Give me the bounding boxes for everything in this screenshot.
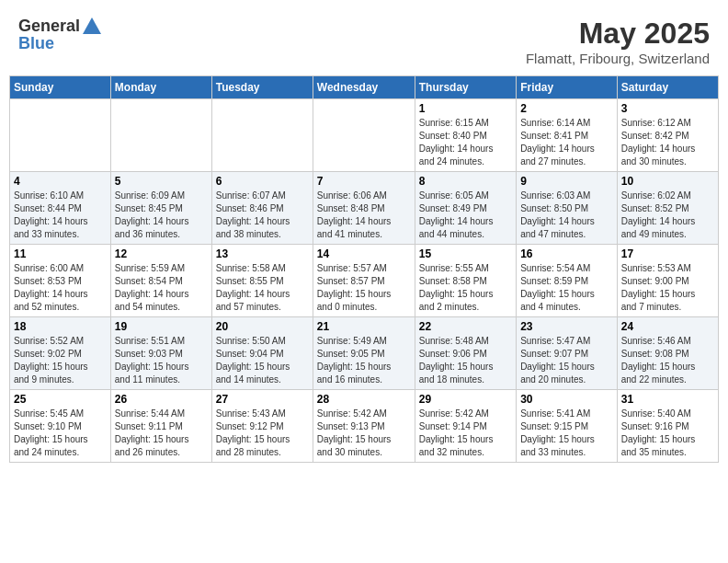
day-info: Sunrise: 6:12 AM Sunset: 8:42 PM Dayligh… <box>621 117 714 168</box>
calendar-cell: 23Sunrise: 5:47 AM Sunset: 9:07 PM Dayli… <box>517 317 618 390</box>
day-info: Sunrise: 5:42 AM Sunset: 9:13 PM Dayligh… <box>317 408 411 459</box>
calendar-cell: 17Sunrise: 5:53 AM Sunset: 9:00 PM Dayli… <box>617 245 718 317</box>
calendar-cell <box>10 99 111 172</box>
calendar-week-row: 11Sunrise: 6:00 AM Sunset: 8:53 PM Dayli… <box>10 245 719 317</box>
day-number: 19 <box>115 320 208 333</box>
day-info: Sunrise: 5:50 AM Sunset: 9:04 PM Dayligh… <box>216 335 309 386</box>
day-number: 12 <box>115 247 208 260</box>
calendar-cell: 12Sunrise: 5:59 AM Sunset: 8:54 PM Dayli… <box>110 245 211 317</box>
day-number: 21 <box>317 320 411 333</box>
day-info: Sunrise: 5:45 AM Sunset: 9:10 PM Dayligh… <box>14 408 107 459</box>
weekday-header-tuesday: Tuesday <box>211 76 313 99</box>
day-number: 2 <box>520 102 613 115</box>
logo-blue-text: Blue <box>18 34 54 53</box>
calendar-cell: 7Sunrise: 6:06 AM Sunset: 8:48 PM Daylig… <box>313 172 415 245</box>
calendar-subtitle: Flamatt, Fribourg, Switzerland <box>526 51 710 66</box>
day-number: 20 <box>216 320 309 333</box>
day-info: Sunrise: 5:52 AM Sunset: 9:02 PM Dayligh… <box>14 335 107 386</box>
calendar-cell: 31Sunrise: 5:40 AM Sunset: 9:16 PM Dayli… <box>617 390 718 463</box>
calendar-cell: 1Sunrise: 6:15 AM Sunset: 8:40 PM Daylig… <box>415 99 516 172</box>
day-info: Sunrise: 5:54 AM Sunset: 8:59 PM Dayligh… <box>520 262 613 314</box>
day-info: Sunrise: 6:10 AM Sunset: 8:44 PM Dayligh… <box>14 190 107 241</box>
calendar-cell: 20Sunrise: 5:50 AM Sunset: 9:04 PM Dayli… <box>211 317 313 390</box>
calendar-cell: 22Sunrise: 5:48 AM Sunset: 9:06 PM Dayli… <box>415 317 516 390</box>
weekday-header-monday: Monday <box>110 76 211 99</box>
day-number: 1 <box>419 102 512 115</box>
day-info: Sunrise: 6:15 AM Sunset: 8:40 PM Dayligh… <box>419 117 512 168</box>
weekday-header-saturday: Saturday <box>617 76 718 99</box>
weekday-header-wednesday: Wednesday <box>313 76 415 99</box>
day-info: Sunrise: 6:07 AM Sunset: 8:46 PM Dayligh… <box>216 190 309 241</box>
calendar-cell: 14Sunrise: 5:57 AM Sunset: 8:57 PM Dayli… <box>313 245 415 317</box>
calendar-cell: 8Sunrise: 6:05 AM Sunset: 8:49 PM Daylig… <box>415 172 516 245</box>
day-number: 14 <box>317 247 411 260</box>
day-info: Sunrise: 5:49 AM Sunset: 9:05 PM Dayligh… <box>317 335 411 386</box>
calendar-cell: 30Sunrise: 5:41 AM Sunset: 9:15 PM Dayli… <box>517 390 618 463</box>
day-number: 22 <box>419 320 512 333</box>
day-number: 31 <box>621 393 714 406</box>
day-info: Sunrise: 6:00 AM Sunset: 8:53 PM Dayligh… <box>14 262 107 314</box>
day-number: 16 <box>520 247 613 260</box>
day-number: 10 <box>621 175 714 188</box>
calendar-cell: 28Sunrise: 5:42 AM Sunset: 9:13 PM Dayli… <box>313 390 415 463</box>
day-info: Sunrise: 5:44 AM Sunset: 9:11 PM Dayligh… <box>115 408 208 459</box>
day-info: Sunrise: 6:05 AM Sunset: 8:49 PM Dayligh… <box>419 190 512 241</box>
day-number: 3 <box>621 102 714 115</box>
weekday-header-sunday: Sunday <box>10 76 111 99</box>
day-info: Sunrise: 5:57 AM Sunset: 8:57 PM Dayligh… <box>317 262 411 314</box>
calendar-cell: 6Sunrise: 6:07 AM Sunset: 8:46 PM Daylig… <box>211 172 313 245</box>
day-number: 8 <box>419 175 512 188</box>
day-info: Sunrise: 5:42 AM Sunset: 9:14 PM Dayligh… <box>419 408 512 459</box>
day-number: 25 <box>14 393 107 406</box>
day-number: 18 <box>14 320 107 333</box>
calendar-title: May 2025 <box>526 17 710 51</box>
page-header: General Blue May 2025 Flamatt, Fribourg,… <box>9 9 719 70</box>
calendar-cell: 19Sunrise: 5:51 AM Sunset: 9:03 PM Dayli… <box>110 317 211 390</box>
day-info: Sunrise: 5:41 AM Sunset: 9:15 PM Dayligh… <box>520 408 613 459</box>
day-info: Sunrise: 5:43 AM Sunset: 9:12 PM Dayligh… <box>216 408 309 459</box>
calendar-cell: 9Sunrise: 6:03 AM Sunset: 8:50 PM Daylig… <box>517 172 618 245</box>
day-number: 15 <box>419 247 512 260</box>
logo-general-text: General <box>18 17 80 36</box>
day-info: Sunrise: 5:53 AM Sunset: 9:00 PM Dayligh… <box>621 262 714 314</box>
day-number: 23 <box>520 320 613 333</box>
calendar-cell: 11Sunrise: 6:00 AM Sunset: 8:53 PM Dayli… <box>10 245 111 317</box>
logo-triangle-icon <box>83 17 101 34</box>
day-info: Sunrise: 5:58 AM Sunset: 8:55 PM Dayligh… <box>216 262 309 314</box>
calendar-cell: 13Sunrise: 5:58 AM Sunset: 8:55 PM Dayli… <box>211 245 313 317</box>
day-number: 7 <box>317 175 411 188</box>
calendar-cell <box>313 99 415 172</box>
day-number: 29 <box>419 393 512 406</box>
day-info: Sunrise: 5:48 AM Sunset: 9:06 PM Dayligh… <box>419 335 512 386</box>
calendar-cell: 29Sunrise: 5:42 AM Sunset: 9:14 PM Dayli… <box>415 390 516 463</box>
calendar-cell: 21Sunrise: 5:49 AM Sunset: 9:05 PM Dayli… <box>313 317 415 390</box>
calendar-cell: 15Sunrise: 5:55 AM Sunset: 8:58 PM Dayli… <box>415 245 516 317</box>
calendar-week-row: 18Sunrise: 5:52 AM Sunset: 9:02 PM Dayli… <box>10 317 719 390</box>
day-number: 28 <box>317 393 411 406</box>
calendar-week-row: 25Sunrise: 5:45 AM Sunset: 9:10 PM Dayli… <box>10 390 719 463</box>
calendar-week-row: 4Sunrise: 6:10 AM Sunset: 8:44 PM Daylig… <box>10 172 719 245</box>
weekday-header-row: SundayMondayTuesdayWednesdayThursdayFrid… <box>10 76 719 99</box>
calendar-cell: 24Sunrise: 5:46 AM Sunset: 9:08 PM Dayli… <box>617 317 718 390</box>
day-info: Sunrise: 5:46 AM Sunset: 9:08 PM Dayligh… <box>621 335 714 386</box>
day-number: 30 <box>520 393 613 406</box>
day-info: Sunrise: 6:09 AM Sunset: 8:45 PM Dayligh… <box>115 190 208 241</box>
day-info: Sunrise: 5:51 AM Sunset: 9:03 PM Dayligh… <box>115 335 208 386</box>
title-block: May 2025 Flamatt, Fribourg, Switzerland <box>526 17 710 66</box>
calendar-cell: 2Sunrise: 6:14 AM Sunset: 8:41 PM Daylig… <box>517 99 618 172</box>
day-info: Sunrise: 5:40 AM Sunset: 9:16 PM Dayligh… <box>621 408 714 459</box>
weekday-header-friday: Friday <box>517 76 618 99</box>
day-number: 27 <box>216 393 309 406</box>
day-info: Sunrise: 5:47 AM Sunset: 9:07 PM Dayligh… <box>520 335 613 386</box>
calendar-cell <box>211 99 313 172</box>
logo: General Blue <box>18 17 101 53</box>
day-number: 5 <box>115 175 208 188</box>
day-number: 24 <box>621 320 714 333</box>
day-number: 26 <box>115 393 208 406</box>
day-info: Sunrise: 6:06 AM Sunset: 8:48 PM Dayligh… <box>317 190 411 241</box>
day-number: 17 <box>621 247 714 260</box>
calendar-cell: 10Sunrise: 6:02 AM Sunset: 8:52 PM Dayli… <box>617 172 718 245</box>
day-info: Sunrise: 6:14 AM Sunset: 8:41 PM Dayligh… <box>520 117 613 168</box>
day-number: 4 <box>14 175 107 188</box>
day-info: Sunrise: 5:59 AM Sunset: 8:54 PM Dayligh… <box>115 262 208 314</box>
